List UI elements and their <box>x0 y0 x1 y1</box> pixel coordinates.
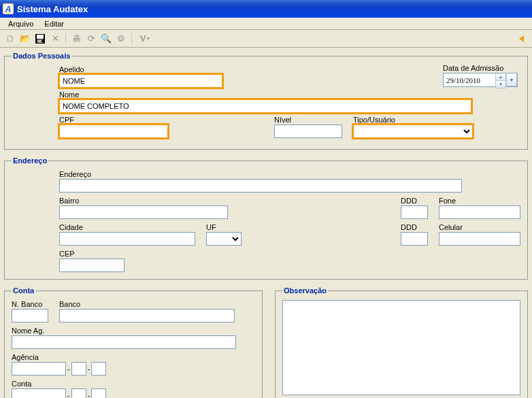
endereco-input[interactable] <box>59 179 462 193</box>
cpf-input[interactable] <box>59 125 168 138</box>
bairro-label: Bairro <box>59 197 228 205</box>
back-arrow-icon[interactable] <box>516 33 528 45</box>
bairro-input[interactable] <box>59 205 228 219</box>
conta-group: Conta N. Banco Banco Nome Ag. Agência <box>4 286 263 398</box>
fone-label: Fone <box>439 197 520 205</box>
agencia-input-3[interactable] <box>91 362 106 376</box>
conta-input-1[interactable] <box>12 388 66 398</box>
config-icon[interactable]: ⚙ <box>115 33 127 45</box>
conta-legend: Conta <box>12 286 35 295</box>
dados-pessoais-legend: Dados Pessoais <box>12 52 71 60</box>
toolbar-separator <box>65 33 66 44</box>
ddd2-input[interactable] <box>401 232 428 246</box>
nome-input[interactable] <box>59 99 471 113</box>
endereco-label: Endereço <box>59 170 520 178</box>
cpf-label: CPF <box>59 116 168 124</box>
v-dropdown[interactable]: V▾ <box>136 33 154 45</box>
delete-icon[interactable]: ✕ <box>49 33 61 45</box>
nivel-label: Nível <box>274 116 342 124</box>
cidade-input[interactable] <box>59 232 195 246</box>
spinner-up-icon[interactable]: ▲ <box>496 73 506 81</box>
uf-select[interactable] <box>206 232 242 246</box>
banco-input[interactable] <box>59 309 235 322</box>
cidade-label: Cidade <box>59 223 195 231</box>
dados-pessoais-group: Dados Pessoais Data de Admissão ▲ ▼ ▼ Ap… <box>4 52 528 150</box>
nivel-input[interactable] <box>274 125 342 138</box>
nbanco-input[interactable] <box>12 309 48 322</box>
svg-rect-3 <box>41 40 43 42</box>
window-title: Sistema Audatex <box>17 4 88 14</box>
find-icon[interactable]: 🔍 <box>100 33 112 45</box>
apelido-label: Apelido <box>59 65 222 73</box>
open-icon[interactable]: 📂 <box>19 33 31 45</box>
banco-label: Banco <box>59 300 235 308</box>
nomeag-input[interactable] <box>12 335 236 349</box>
app-icon: A <box>3 3 14 14</box>
toolbar: 🗋 📂 ✕ 🖶 ⟳ 🔍 ⚙ V▾ <box>0 30 532 48</box>
fone-input[interactable] <box>439 205 520 219</box>
endereco-group: Endereço Endereço Bairro DDD Fone <box>4 156 528 280</box>
menu-editar[interactable]: Editar <box>39 20 69 28</box>
agencia-label: Agência <box>12 353 255 361</box>
observacao-legend: Observação <box>282 286 328 295</box>
ddd2-label: DDD <box>401 223 428 231</box>
apelido-input[interactable] <box>59 74 222 88</box>
print-icon[interactable]: 🖶 <box>70 33 82 45</box>
celular-input[interactable] <box>439 232 520 246</box>
date-spinner[interactable]: ▲ ▼ <box>495 73 506 86</box>
titlebar: A Sistema Audatex <box>0 0 532 18</box>
data-admissao-label: Data de Admissão <box>443 64 518 72</box>
data-admissao-input[interactable] <box>444 73 495 86</box>
uf-label: UF <box>206 223 242 231</box>
tipo-select[interactable] <box>353 125 473 138</box>
spinner-down-icon[interactable]: ▼ <box>496 81 506 88</box>
toolbar-separator <box>131 33 132 44</box>
endereco-legend: Endereço <box>12 156 48 165</box>
observacao-textarea[interactable] <box>282 300 520 395</box>
cep-label: CEP <box>59 250 124 258</box>
agencia-input-1[interactable] <box>12 362 66 376</box>
nbanco-label: N. Banco <box>12 300 48 308</box>
celular-label: Celular <box>439 223 520 231</box>
ddd1-input[interactable] <box>401 205 428 219</box>
nome-label: Nome <box>59 90 471 99</box>
tipo-label: Tipo/Usuário <box>353 116 473 124</box>
data-admissao-picker[interactable]: ▲ ▼ ▼ <box>443 73 518 87</box>
menubar: Arquivo Editar <box>0 18 532 30</box>
dash: - <box>66 362 71 376</box>
conta-input-3[interactable] <box>91 388 106 398</box>
data-admissao-block: Data de Admissão ▲ ▼ ▼ <box>443 64 518 87</box>
observacao-group: Observação <box>275 286 528 398</box>
svg-rect-1 <box>37 35 44 39</box>
conta-input-2[interactable] <box>71 388 86 398</box>
save-icon[interactable] <box>34 33 46 45</box>
dash: - <box>66 388 71 398</box>
new-icon[interactable]: 🗋 <box>4 33 16 45</box>
dash: - <box>86 362 92 376</box>
menu-arquivo[interactable]: Arquivo <box>3 20 39 28</box>
ddd1-label: DDD <box>401 197 428 205</box>
refresh-icon[interactable]: ⟳ <box>85 33 97 45</box>
date-dropdown-icon[interactable]: ▼ <box>506 73 517 86</box>
conta-label: Conta <box>12 380 255 388</box>
agencia-input-2[interactable] <box>71 362 86 376</box>
cep-input[interactable] <box>59 259 124 272</box>
nomeag-label: Nome Ag. <box>12 327 255 335</box>
dash: - <box>86 388 92 398</box>
